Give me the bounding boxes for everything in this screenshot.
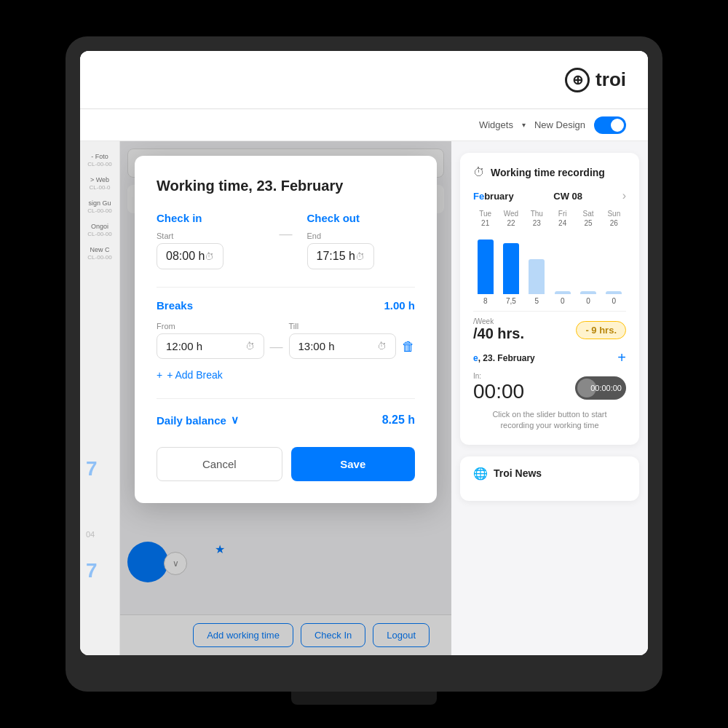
break-till-label: Till (289, 322, 397, 331)
troi-news-widget: 🌐 Troi News (460, 456, 639, 501)
sidebar-item-design[interactable]: sign GuCL-00-00 (80, 195, 119, 218)
new-design-label: New Design (534, 119, 585, 130)
day-col-2: Thu 23 (525, 210, 549, 230)
right-panel: ⏱ Working time recording February CW 08 … (451, 141, 648, 655)
screen-content: ⊕ troi Widgets ▾ New Design - FotoCL-00-… (80, 51, 648, 655)
break-row: From 12:00 h ⏱ — Till (157, 322, 415, 359)
date-highlight: e (473, 353, 478, 363)
date-plus-icon[interactable]: + (617, 349, 626, 366)
clock-icon-break-till: ⏱ (377, 341, 387, 352)
daily-balance-value: 8.25 h (382, 414, 415, 427)
bar-val-5: 0 (602, 297, 626, 305)
end-input[interactable]: 17:15 h ⏱ (307, 243, 374, 269)
week-badge: - 9 hrs. (576, 321, 626, 339)
end-input-row: 17:15 h ⏱ (307, 243, 416, 269)
bar-val-0: 8 (473, 297, 497, 305)
delete-break-icon[interactable]: 🗑 (402, 339, 415, 355)
cal-arrow-right-icon[interactable]: › (622, 189, 626, 202)
bar-col-0 (473, 236, 497, 294)
bg-num-3: 7 (86, 559, 98, 582)
break-from-value: 12:00 h (166, 340, 202, 352)
date-text: e, 23. February (473, 353, 535, 363)
day-col-1: Wed 22 (499, 210, 523, 230)
bar-4 (580, 291, 596, 294)
daily-balance-left[interactable]: Daily balance ∨ (157, 414, 239, 427)
laptop-screen: ⊕ troi Widgets ▾ New Design - FotoCL-00-… (80, 51, 648, 655)
bar-2 (529, 259, 545, 294)
save-button[interactable]: Save (291, 447, 416, 481)
check-out-section: Check out End 17:15 h ⏱ (307, 212, 416, 269)
week-hours-value: /40 hrs. (473, 325, 524, 342)
day-name-0: Tue (473, 210, 497, 218)
day-name-1: Wed (499, 210, 523, 218)
working-time-widget: ⏱ Working time recording February CW 08 … (460, 153, 639, 445)
day-name-4: Sat (576, 210, 600, 218)
sidebar-item-foto[interactable]: - FotoCL-00-00 (80, 149, 119, 172)
check-in-section: Check in Start 08:00 h ⏱ (157, 212, 265, 269)
bg-num-1: 7 (86, 457, 98, 480)
start-input[interactable]: 08:00 h ⏱ (157, 243, 223, 269)
bar-1 (503, 243, 519, 294)
sidebar-item-new[interactable]: New CCL-00-00 (80, 242, 119, 265)
date-rest: , 23. February (478, 353, 535, 363)
bar-col-4 (576, 236, 600, 294)
week-hours-container: /Week /40 hrs. (473, 317, 524, 342)
bar-5 (606, 291, 622, 294)
bar-val-2: 5 (525, 297, 549, 305)
breaks-total: 1.00 h (384, 299, 415, 312)
break-till-field: Till 13:00 h ⏱ (289, 322, 397, 359)
day-name-2: Thu (525, 210, 549, 218)
bar-val-1: 7,5 (499, 297, 523, 305)
day-num-1: 22 (499, 219, 523, 227)
sidebar-item-web[interactable]: > WebCL-00-0 (80, 172, 119, 195)
left-panel: - FotoCL-00-00 > WebCL-00-0 sign GuCL-00… (80, 141, 120, 655)
dropdown-arrow-icon[interactable]: ▾ (522, 121, 526, 129)
widgets-bar: Widgets ▾ New Design (80, 109, 648, 141)
sidebar-items: - FotoCL-00-00 > WebCL-00-0 sign GuCL-00… (80, 141, 119, 272)
working-time-modal: Working time, 23. February Check in Star… (135, 156, 437, 503)
bar-3 (555, 291, 571, 294)
timer-slider[interactable]: 00:00:00 (575, 376, 626, 400)
day-num-4: 25 (576, 219, 600, 227)
day-name-5: Sun (602, 210, 626, 218)
add-break-plus-icon: + (157, 369, 162, 381)
break-from-label: From (157, 322, 264, 331)
clock-icon-break-from: ⏱ (245, 341, 255, 352)
check-out-label: Check out (307, 212, 416, 224)
bar-val-3: 0 (550, 297, 574, 305)
timer-value: 00:00 (473, 380, 524, 403)
logo: ⊕ troi (565, 68, 626, 92)
day-name-3: Fri (550, 210, 574, 218)
breaks-label: Breaks (157, 299, 193, 312)
timer-display: 00:00:00 (590, 384, 622, 392)
bar-0 (478, 240, 494, 294)
dash-separator: — (280, 226, 293, 269)
bar-col-2 (525, 236, 549, 294)
cancel-button[interactable]: Cancel (157, 447, 282, 481)
divider-1 (157, 287, 415, 288)
daily-balance-label: Daily balance (157, 414, 226, 427)
divider-2 (157, 398, 415, 399)
widgets-label[interactable]: Widgets (479, 119, 513, 130)
cal-month-highlight: Fe (473, 191, 484, 202)
day-col-5: Sun 26 (602, 210, 626, 230)
chart-divider (473, 311, 626, 312)
news-icon: 🌐 (473, 467, 488, 480)
day-col-0: Tue 21 (473, 210, 497, 230)
clock-icon-end: ⏱ (355, 251, 365, 262)
new-design-toggle[interactable] (594, 116, 626, 134)
logo-text: troi (596, 68, 626, 91)
widget-header: ⏱ Working time recording (473, 166, 626, 179)
break-from-input[interactable]: 12:00 h ⏱ (157, 333, 264, 359)
clock-icon-start: ⏱ (205, 251, 214, 262)
start-input-row: 08:00 h ⏱ (157, 243, 265, 269)
bg-num-2: 04 (86, 530, 95, 539)
break-till-input[interactable]: 13:00 h ⏱ (289, 333, 397, 359)
bar-col-1 (499, 236, 523, 294)
week-summary: /Week /40 hrs. - 9 hrs. (473, 317, 626, 342)
bar-val-4: 0 (576, 297, 600, 305)
bar-chart (473, 236, 626, 294)
add-break-button[interactable]: + + Add Break (157, 369, 415, 381)
modal-buttons: Cancel Save (157, 447, 415, 481)
sidebar-item-ongoing[interactable]: OngoiCL-00-00 (80, 218, 119, 242)
